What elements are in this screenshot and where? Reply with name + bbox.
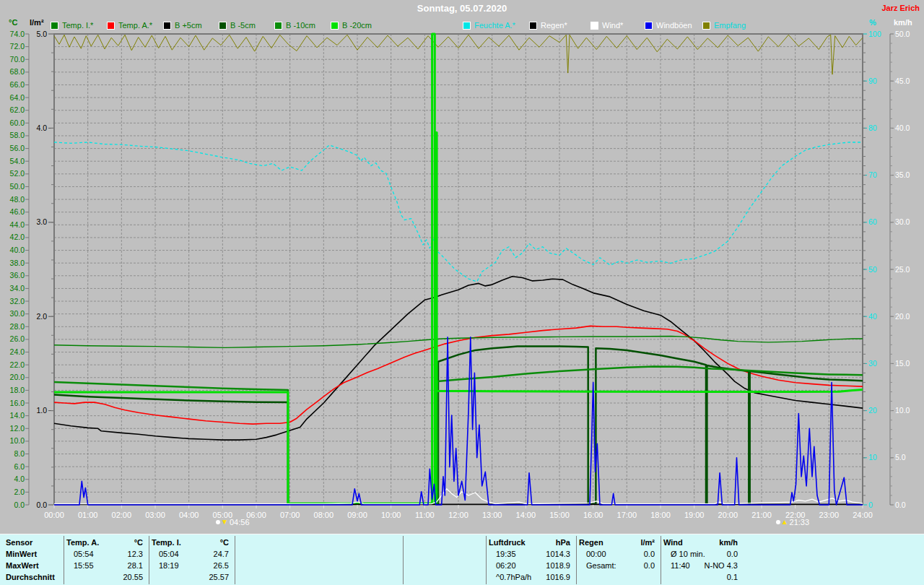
svg-text:46.0: 46.0: [10, 207, 25, 216]
svg-text:20.0: 20.0: [895, 312, 910, 321]
table-cell-time: 05:04: [152, 548, 179, 560]
svg-text:12.0: 12.0: [10, 424, 25, 433]
column-unit: °C: [134, 537, 146, 548]
svg-text:74.0: 74.0: [10, 30, 25, 38]
svg-text:30.0: 30.0: [10, 309, 25, 318]
table-cell-time: Gesamt:: [579, 560, 616, 571]
svg-text:22.0: 22.0: [10, 360, 25, 369]
svg-text:26.0: 26.0: [10, 334, 25, 343]
svg-text:4.0: 4.0: [14, 474, 25, 483]
svg-text:64.0: 64.0: [10, 93, 25, 102]
table-cell-value: 25.57: [209, 571, 232, 583]
axis-humidity-pct: 0102030405060708090100: [863, 30, 881, 509]
svg-text:36.0: 36.0: [10, 271, 25, 280]
table-cell-time: [663, 571, 671, 583]
svg-text:25.0: 25.0: [895, 265, 910, 274]
table-cell-value: 1014.3: [546, 548, 573, 560]
sun-arrow-icon: ▼: [221, 519, 228, 526]
svg-text:03:00: 03:00: [145, 511, 165, 519]
svg-text:35.0: 35.0: [895, 170, 910, 179]
table-cell-time: Ø 10 min.: [663, 548, 705, 560]
svg-text:4.0: 4.0: [36, 124, 47, 132]
svg-text:13:00: 13:00: [482, 511, 502, 519]
svg-text:0: 0: [868, 500, 873, 509]
column-header: Regen: [579, 537, 603, 548]
svg-text:70: 70: [868, 170, 877, 179]
table-divider: [661, 536, 661, 584]
column-header: Wind: [663, 537, 683, 548]
table-divider: [576, 536, 577, 584]
table-cell-time: 19:35: [489, 548, 516, 560]
table-cell-time: 15:55: [66, 560, 94, 571]
sun-marker-21-33: ▲21:33: [776, 517, 809, 527]
table-cell-time: 00:00: [579, 548, 606, 560]
table-cell-value: 0.1: [727, 571, 741, 583]
svg-text:07:00: 07:00: [280, 511, 300, 519]
svg-text:42.0: 42.0: [10, 233, 25, 241]
svg-text:10.0: 10.0: [895, 406, 910, 415]
axis-time: 00:0001:0002:0003:0004:0005:0006:0007:00…: [44, 505, 873, 519]
column-unit: km/h: [719, 537, 741, 548]
table-column-luftdruck: LuftdruckhPa19:351014.306:201018.9^0.7hP…: [489, 537, 573, 583]
column-unit: hPa: [556, 537, 573, 548]
svg-text:44.0: 44.0: [10, 220, 25, 229]
svg-text:66.0: 66.0: [10, 80, 25, 89]
table-cell-value: 1018.9: [546, 560, 573, 571]
svg-text:40.0: 40.0: [10, 246, 25, 254]
table-column-wind: Windkm/hØ 10 min.0.011:40N-NO 4.30.1: [663, 537, 741, 583]
column-header: Temp. I.: [152, 537, 181, 548]
table-column-regen: Regenl/m²00:000.0Gesamt:0.0: [579, 537, 658, 571]
svg-text:19:00: 19:00: [684, 511, 705, 519]
svg-text:52.0: 52.0: [10, 169, 25, 178]
svg-text:0.0: 0.0: [14, 500, 25, 509]
svg-text:72.0: 72.0: [10, 42, 25, 51]
table-divider: [149, 536, 149, 584]
column-header: Luftdruck: [489, 537, 526, 548]
svg-text:10: 10: [868, 453, 877, 462]
weather-chart: 0.02.04.06.08.010.012.014.016.018.020.02…: [0, 0, 924, 537]
svg-text:30: 30: [868, 359, 877, 368]
table-cell-value: 24.7: [214, 548, 232, 560]
chart-canvas: 0.02.04.06.08.010.012.014.016.018.020.02…: [0, 0, 924, 534]
svg-text:11:00: 11:00: [415, 511, 435, 519]
svg-text:58.0: 58.0: [10, 131, 25, 139]
svg-text:40.0: 40.0: [895, 124, 910, 132]
sun-time-label: 21:33: [790, 518, 810, 526]
gridlines: [54, 34, 863, 505]
table-cell-time: 18:19: [152, 560, 179, 571]
table-column-temp-a-: Temp. A.°C05:5412.315:5528.120.55: [66, 537, 146, 583]
table-divider: [235, 536, 235, 584]
svg-text:32.0: 32.0: [10, 297, 25, 306]
svg-text:15:00: 15:00: [549, 511, 570, 519]
svg-text:5.0: 5.0: [895, 453, 906, 462]
svg-text:38.0: 38.0: [10, 259, 25, 267]
table-cell-time: ^0.7hPa/h: [489, 571, 531, 583]
svg-text:14.0: 14.0: [10, 411, 25, 420]
sun-time-label: 04:56: [230, 518, 250, 526]
svg-text:20: 20: [868, 406, 877, 415]
svg-text:0.0: 0.0: [36, 500, 47, 509]
table-row-labels: SensorMinWertMaxWertDurchschnitt: [6, 537, 55, 583]
axis-wind-kmh: 0.05.010.015.020.025.030.035.040.045.050…: [890, 30, 910, 509]
svg-text:50: 50: [868, 265, 877, 274]
svg-text:18:00: 18:00: [650, 511, 671, 519]
svg-text:60: 60: [868, 217, 877, 226]
svg-text:54.0: 54.0: [10, 157, 25, 165]
svg-text:01:00: 01:00: [78, 511, 98, 519]
table-divider: [486, 536, 487, 584]
svg-text:45.0: 45.0: [895, 77, 910, 85]
svg-text:8.0: 8.0: [14, 449, 25, 458]
table-cell-time: 11:40: [663, 560, 690, 571]
svg-text:08:00: 08:00: [314, 511, 334, 519]
svg-text:80: 80: [868, 124, 877, 132]
table-column-temp-i-: Temp. I.°C05:0424.718:1926.525.57: [152, 537, 232, 583]
sun-icon: [216, 520, 220, 524]
svg-text:17:00: 17:00: [617, 511, 637, 519]
svg-text:50.0: 50.0: [10, 182, 25, 191]
table-cell-time: [152, 571, 159, 583]
svg-text:16:00: 16:00: [583, 511, 603, 519]
weather-app-screen: { "header": { "title": "Sonntag, 05.07.2…: [0, 0, 924, 585]
table-cell-value: 0.0: [644, 560, 658, 571]
svg-text:48.0: 48.0: [10, 195, 25, 204]
svg-text:02:00: 02:00: [112, 511, 132, 519]
